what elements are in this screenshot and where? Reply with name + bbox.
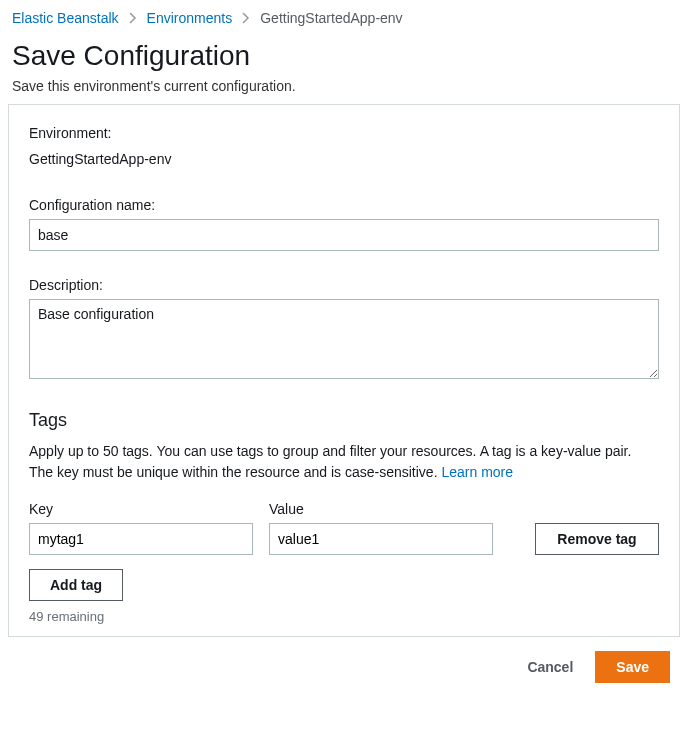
description-textarea[interactable]: Base configuration: [29, 299, 659, 379]
breadcrumb: Elastic Beanstalk Environments GettingSt…: [8, 8, 680, 38]
tags-remaining: 49 remaining: [29, 609, 659, 624]
tags-heading: Tags: [29, 410, 659, 431]
save-button[interactable]: Save: [595, 651, 670, 683]
tags-description: Apply up to 50 tags. You can use tags to…: [29, 441, 659, 483]
remove-tag-button[interactable]: Remove tag: [535, 523, 659, 555]
tag-key-label: Key: [29, 501, 253, 517]
tag-value-label: Value: [269, 501, 493, 517]
cancel-button[interactable]: Cancel: [523, 653, 577, 681]
config-name-label: Configuration name:: [29, 197, 659, 213]
learn-more-link[interactable]: Learn more: [441, 464, 513, 480]
chevron-right-icon: [242, 12, 250, 24]
description-label: Description:: [29, 277, 659, 293]
breadcrumb-link-elastic-beanstalk[interactable]: Elastic Beanstalk: [12, 10, 119, 26]
config-name-input[interactable]: [29, 219, 659, 251]
add-tag-button[interactable]: Add tag: [29, 569, 123, 601]
page-subtitle: Save this environment's current configur…: [12, 78, 680, 94]
page-title: Save Configuration: [12, 40, 680, 72]
config-panel: Environment: GettingStartedApp-env Confi…: [8, 104, 680, 637]
breadcrumb-current: GettingStartedApp-env: [260, 10, 402, 26]
footer-actions: Cancel Save: [8, 649, 680, 687]
environment-name: GettingStartedApp-env: [29, 151, 659, 167]
tag-row: Key Value Remove tag: [29, 501, 659, 555]
tag-value-input[interactable]: [269, 523, 493, 555]
environment-label: Environment:: [29, 125, 659, 141]
tag-key-input[interactable]: [29, 523, 253, 555]
chevron-right-icon: [129, 12, 137, 24]
breadcrumb-link-environments[interactable]: Environments: [147, 10, 233, 26]
